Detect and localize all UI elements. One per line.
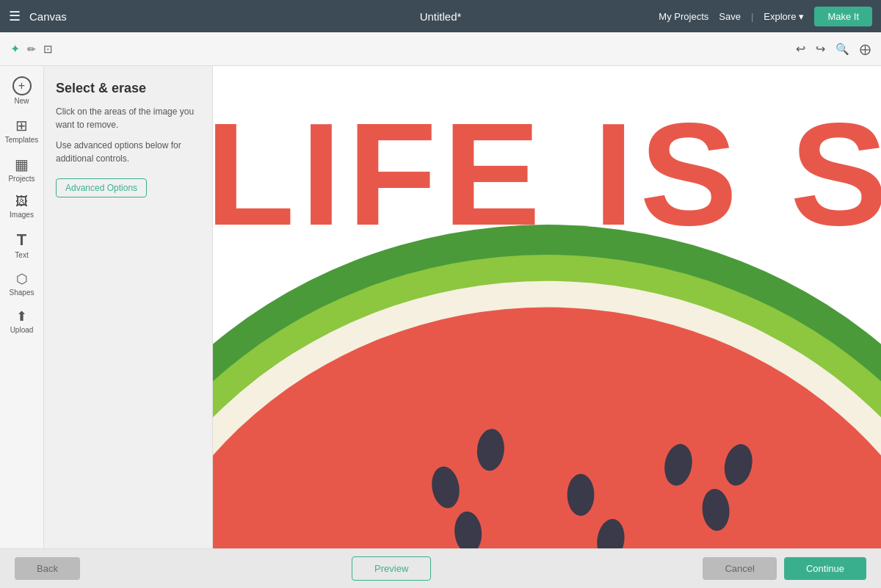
app-title: Canvas <box>29 10 67 23</box>
back-button[interactable]: Back <box>15 557 80 580</box>
panel-title: Select & erase <box>56 81 200 96</box>
canvas-content: LIFE IS SWEET <box>213 66 881 548</box>
canvas-area[interactable]: LIFE IS SWEET <box>213 66 881 548</box>
upload-icon: ⬆ <box>16 308 27 324</box>
make-it-button[interactable]: Make It <box>814 7 872 26</box>
sidebar-item-projects[interactable]: ▦ Projects <box>2 151 42 187</box>
sidebar-item-new[interactable]: + New <box>2 72 42 109</box>
eraser-icon[interactable]: ✏ <box>27 43 36 55</box>
main-area: + New ⊞ Templates ▦ Projects 🖼 Images T … <box>0 66 881 548</box>
hamburger-menu-icon[interactable]: ☰ <box>9 8 21 24</box>
magic-eraser-icon[interactable]: ✦ <box>10 42 20 56</box>
shapes-icon: ⬡ <box>16 271 28 287</box>
sidebar-label-images: Images <box>10 211 34 219</box>
cancel-button[interactable]: Cancel <box>703 557 776 580</box>
toolbar: ✦ ✏ ⊡ ↩ ↪ 🔍 ⨁ <box>0 32 881 66</box>
bottom-bar: Back Preview Cancel Continue <box>0 548 881 588</box>
nav-divider: | <box>751 11 753 22</box>
save-link[interactable]: Save <box>719 11 741 22</box>
select-erase-panel: Select & erase Click on the areas of the… <box>44 66 213 548</box>
images-icon: 🖼 <box>15 195 28 209</box>
document-title[interactable]: Untitled* <box>420 10 462 23</box>
templates-icon: ⊞ <box>15 117 28 134</box>
redo-icon[interactable]: ↪ <box>816 42 825 56</box>
crop-icon[interactable]: ⊡ <box>43 43 53 56</box>
sidebar-item-templates[interactable]: ⊞ Templates <box>2 112 42 148</box>
sidebar-label-templates: Templates <box>5 136 39 144</box>
my-projects-link[interactable]: My Projects <box>659 11 708 22</box>
text-icon: T <box>17 231 26 250</box>
undo-icon[interactable]: ↩ <box>796 42 805 56</box>
sidebar-label-new: New <box>14 97 29 105</box>
sidebar-label-text: Text <box>15 251 28 259</box>
preview-button[interactable]: Preview <box>352 556 431 581</box>
zoom-out-icon[interactable]: 🔍 <box>835 43 849 56</box>
projects-icon: ▦ <box>15 156 29 173</box>
sidebar-label-shapes: Shapes <box>10 288 35 297</box>
sidebar-label-upload: Upload <box>10 326 34 334</box>
sidebar-item-upload[interactable]: ⬆ Upload <box>2 304 42 338</box>
sidebar-item-text[interactable]: T Text <box>2 226 42 264</box>
panel-description-1: Click on the areas of the image you want… <box>56 105 200 131</box>
sidebar-item-shapes[interactable]: ⬡ Shapes <box>2 266 42 301</box>
left-sidebar: + New ⊞ Templates ▦ Projects 🖼 Images T … <box>0 66 44 548</box>
continue-button[interactable]: Continue <box>784 557 866 580</box>
panel-description-2: Use advanced options below for additiona… <box>56 139 200 165</box>
sidebar-item-images[interactable]: 🖼 Images <box>2 190 42 223</box>
svg-point-8 <box>568 473 595 515</box>
advanced-options-button[interactable]: Advanced Options <box>56 178 147 197</box>
new-icon: + <box>12 76 32 95</box>
zoom-in-icon[interactable]: ⨁ <box>860 43 871 56</box>
top-navigation: ☰ Canvas Untitled* My Projects Save | Ex… <box>0 0 881 32</box>
sidebar-label-projects: Projects <box>8 175 35 183</box>
explore-chevron-icon: ▾ <box>799 11 804 22</box>
explore-button[interactable]: Explore ▾ <box>764 11 804 22</box>
